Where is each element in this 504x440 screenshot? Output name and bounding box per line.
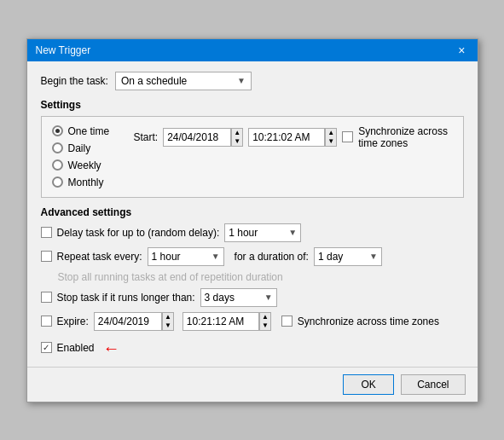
- delay-dropdown[interactable]: 1 hour ▼: [224, 223, 301, 242]
- spin-up-icon[interactable]: ▲: [163, 313, 173, 321]
- radio-one-time-label: One time: [68, 125, 110, 137]
- expire-checkbox-label[interactable]: Expire:: [41, 316, 89, 327]
- advanced-label: Advanced settings: [41, 206, 464, 218]
- expire-label: Expire:: [57, 316, 89, 327]
- expire-time-field[interactable]: 10:21:12 AM: [182, 312, 259, 331]
- duration-value: 1 day: [318, 251, 343, 263]
- start-time-group: 10:21:02 AM ▲ ▼: [248, 128, 337, 147]
- ok-button[interactable]: OK: [343, 374, 394, 395]
- start-time-value: 10:21:02 AM: [252, 131, 310, 143]
- advanced-section: Advanced settings Delay task for up to (…: [41, 206, 464, 331]
- settings-section: Settings One time Daily Weekly: [41, 99, 464, 198]
- delay-row: Delay task for up to (random delay): 1 h…: [41, 223, 464, 242]
- stop-longer-value: 3 days: [205, 292, 235, 304]
- begin-task-value: On a schedule: [121, 75, 187, 87]
- spin-down-icon[interactable]: ▼: [232, 137, 242, 146]
- chevron-down-icon: ▼: [288, 228, 297, 237]
- start-date-spin[interactable]: ▲ ▼: [231, 128, 243, 147]
- expire-time-group: 10:21:12 AM ▲ ▼: [182, 312, 271, 331]
- stop-longer-row: Stop task if it runs longer than: 3 days…: [41, 288, 464, 307]
- expire-checkbox[interactable]: [41, 316, 52, 327]
- enabled-label: Enabled: [57, 342, 95, 354]
- begin-task-row: Begin the task: On a schedule ▼: [41, 72, 464, 90]
- repeat-label: Repeat task every:: [57, 251, 142, 263]
- radio-daily-label: Daily: [68, 142, 91, 154]
- radio-daily[interactable]: Daily: [52, 142, 120, 154]
- delay-checkbox-label[interactable]: Delay task for up to (random delay):: [41, 227, 220, 239]
- cancel-button[interactable]: Cancel: [401, 374, 465, 395]
- enabled-checkbox-label[interactable]: Enabled: [41, 342, 95, 354]
- radio-circle-weekly: [52, 159, 63, 171]
- expire-sync-checkbox[interactable]: [281, 316, 293, 327]
- begin-task-label: Begin the task:: [41, 75, 108, 87]
- sync-timezone-checkbox[interactable]: [342, 131, 353, 142]
- radio-one-time[interactable]: One time: [52, 125, 120, 137]
- start-row: Start: 24/04/2018 ▲ ▼: [134, 125, 453, 149]
- stop-longer-label: Stop task if it runs longer than:: [57, 292, 195, 304]
- expire-date-value: 24/04/2019: [98, 316, 149, 327]
- expire-date-spin[interactable]: ▲ ▼: [162, 312, 174, 331]
- expire-date-field[interactable]: 24/04/2019: [94, 312, 162, 331]
- new-trigger-dialog: New Trigger × Begin the task: On a sched…: [26, 38, 478, 402]
- dialog-body: Begin the task: On a schedule ▼ Settings…: [27, 61, 478, 367]
- start-date-group: 24/04/2018 ▲ ▼: [163, 128, 243, 147]
- expire-date-group: 24/04/2019 ▲ ▼: [94, 312, 174, 331]
- repeat-value: 1 hour: [152, 251, 181, 263]
- chevron-down-icon: ▼: [237, 76, 246, 85]
- radio-circle-one-time: [52, 125, 63, 136]
- spin-down-icon[interactable]: ▼: [326, 137, 336, 146]
- expire-time-value: 10:21:12 AM: [187, 316, 244, 327]
- enabled-checkbox[interactable]: [41, 342, 52, 353]
- repeat-row: Repeat task every: 1 hour ▼ for a durati…: [41, 247, 464, 266]
- close-button[interactable]: ×: [455, 44, 468, 56]
- expire-sync-row[interactable]: Synchronize across time zones: [281, 316, 439, 327]
- repeat-dropdown[interactable]: 1 hour ▼: [148, 247, 224, 266]
- start-date-value: 24/04/2018: [167, 131, 218, 143]
- radio-weekly[interactable]: Weekly: [52, 159, 120, 171]
- dialog-title: New Trigger: [36, 44, 91, 56]
- stop-running-label: Stop all running tasks at end of repetit…: [58, 271, 283, 283]
- sync-timezone-row[interactable]: Synchronize across time zones: [342, 125, 452, 149]
- spin-up-icon[interactable]: ▲: [326, 129, 336, 137]
- start-time-field[interactable]: 10:21:02 AM: [248, 128, 325, 147]
- radio-group: One time Daily Weekly Monthly: [52, 125, 120, 188]
- delay-label: Delay task for up to (random delay):: [57, 227, 220, 239]
- duration-label: for a duration of:: [235, 251, 309, 263]
- radio-monthly-label: Monthly: [68, 177, 104, 188]
- radio-circle-daily: [52, 142, 63, 153]
- delay-checkbox[interactable]: [41, 227, 52, 238]
- red-arrow-icon: ←: [103, 339, 120, 356]
- repeat-checkbox[interactable]: [41, 251, 52, 262]
- start-time-spin[interactable]: ▲ ▼: [325, 128, 337, 147]
- begin-task-dropdown[interactable]: On a schedule ▼: [115, 72, 252, 90]
- expire-time-spin[interactable]: ▲ ▼: [259, 312, 271, 331]
- spin-down-icon[interactable]: ▼: [260, 321, 270, 330]
- repeat-checkbox-label[interactable]: Repeat task every:: [41, 251, 142, 263]
- stop-running-row: Stop all running tasks at end of repetit…: [41, 271, 464, 283]
- start-date-field[interactable]: 24/04/2018: [163, 128, 231, 147]
- chevron-down-icon: ▼: [369, 252, 378, 261]
- title-bar: New Trigger ×: [27, 39, 478, 61]
- expire-sync-label: Synchronize across time zones: [298, 316, 439, 327]
- spin-up-icon[interactable]: ▲: [232, 129, 242, 137]
- settings-label: Settings: [41, 99, 464, 111]
- radio-circle-monthly: [52, 177, 63, 188]
- chevron-down-icon: ▼: [264, 292, 273, 302]
- sync-timezone-label: Synchronize across time zones: [358, 125, 452, 149]
- settings-box: One time Daily Weekly Monthly: [41, 116, 464, 198]
- radio-weekly-label: Weekly: [68, 159, 101, 171]
- spin-up-icon[interactable]: ▲: [260, 313, 270, 321]
- dialog-footer: OK Cancel: [27, 367, 478, 402]
- stop-longer-checkbox-label[interactable]: Stop task if it runs longer than:: [41, 292, 195, 304]
- enabled-row: Enabled ←: [41, 339, 464, 356]
- chevron-down-icon: ▼: [211, 252, 220, 261]
- stop-longer-checkbox[interactable]: [41, 292, 52, 303]
- start-label: Start:: [134, 131, 159, 143]
- spin-down-icon[interactable]: ▼: [163, 321, 173, 330]
- delay-value: 1 hour: [229, 227, 258, 239]
- duration-dropdown[interactable]: 1 day ▼: [314, 247, 382, 266]
- expire-row: Expire: 24/04/2019 ▲ ▼ 10:21:12 AM: [41, 312, 464, 331]
- radio-monthly[interactable]: Monthly: [52, 177, 120, 188]
- start-area: Start: 24/04/2018 ▲ ▼: [134, 125, 453, 188]
- stop-longer-dropdown[interactable]: 3 days ▼: [200, 288, 277, 307]
